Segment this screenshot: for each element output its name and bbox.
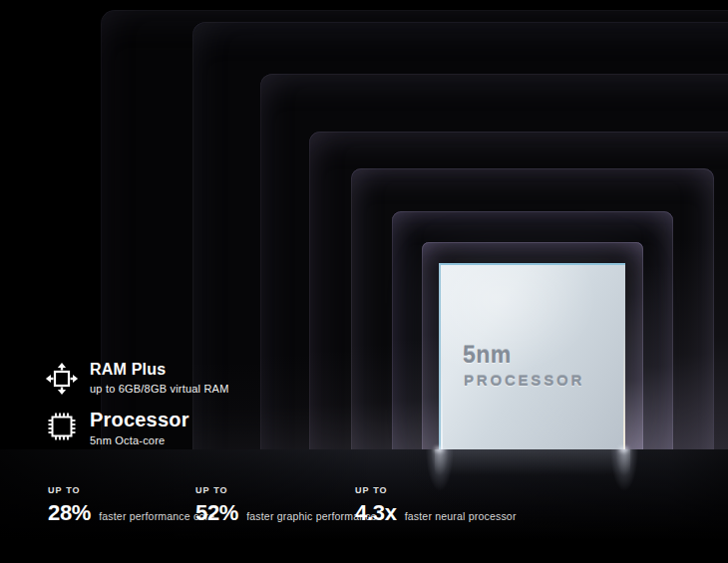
glow-strip (625, 294, 643, 449)
ram-expand-icon (44, 361, 80, 397)
stat-neural-processor: UP TO 4.3x faster neural processor (355, 485, 517, 526)
glow-strip (392, 339, 422, 449)
processor-chip-icon (44, 409, 80, 444)
feature-text: RAM Plus up to 6GB/8GB virtual RAM (90, 361, 229, 395)
stat-prefix: UP TO (195, 485, 377, 495)
glow-strip (351, 344, 392, 449)
stat-label: faster neural processor (405, 510, 517, 522)
spotlight-glow (604, 449, 644, 509)
stat-row: 52% faster graphic performance (195, 500, 377, 526)
stat-performance-core: UP TO 28% faster performance core (48, 485, 214, 526)
feature-subtitle: up to 6GB/8GB virtual RAM (90, 383, 229, 395)
feature-title: RAM Plus (90, 361, 229, 379)
spotlight-dot (435, 447, 444, 451)
glow-strip (260, 354, 309, 449)
chip-type-label: PROCESSOR (464, 372, 584, 389)
stat-row: 4.3x faster neural processor (355, 500, 517, 526)
stat-value: 52% (195, 500, 238, 526)
processor-chip: 5nm PROCESSOR (439, 263, 625, 449)
feature-ram-plus: RAM Plus up to 6GB/8GB virtual RAM (44, 361, 229, 397)
chip-under-glow (435, 449, 630, 475)
feature-processor: Processor 5nm Octa-core (44, 409, 189, 446)
glow-strip (713, 199, 728, 449)
stat-value: 28% (48, 500, 91, 526)
feature-text: Processor 5nm Octa-core (90, 409, 189, 446)
chip-size-label: 5nm (463, 342, 512, 369)
chip-edge-highlight (441, 367, 443, 449)
spotlight-dot (619, 447, 628, 451)
glow-strip (673, 237, 713, 449)
stat-value: 4.3x (355, 500, 397, 526)
glow-strip (309, 349, 351, 449)
stat-graphic-performance: UP TO 52% faster graphic performance (195, 485, 377, 526)
stat-prefix: UP TO (355, 485, 517, 495)
feature-subtitle: 5nm Octa-core (90, 434, 189, 446)
glow-strip (422, 334, 439, 449)
stat-row: 28% faster performance core (48, 500, 214, 526)
stat-prefix: UP TO (48, 485, 214, 495)
promo-canvas: 5nm PROCESSOR RAM Plus up to 6GB/8GB vir… (0, 0, 728, 563)
glow-strip (643, 264, 673, 449)
chip-edge-highlight (623, 330, 625, 449)
feature-title: Processor (90, 409, 189, 430)
